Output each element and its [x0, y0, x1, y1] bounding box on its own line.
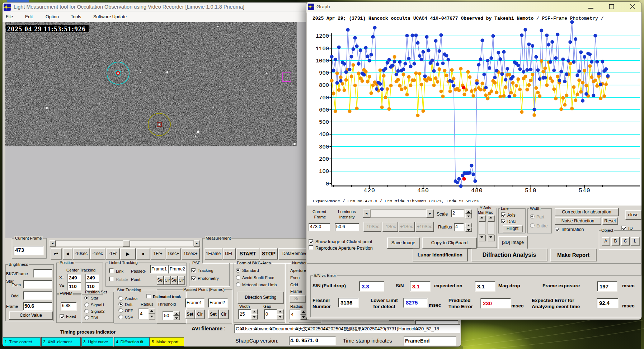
svg-text:600: 600 [319, 107, 329, 113]
svg-text:1000: 1000 [316, 58, 329, 64]
svg-text:480: 480 [471, 187, 483, 194]
svg-text:420: 420 [363, 187, 375, 194]
svg-text:0: 0 [326, 181, 329, 187]
svg-text:510: 510 [525, 187, 537, 194]
svg-text:500: 500 [319, 119, 329, 126]
svg-text:300: 300 [319, 144, 329, 150]
svg-text:900: 900 [319, 70, 329, 76]
svg-text:1200: 1200 [316, 33, 329, 39]
svg-text:540: 540 [579, 187, 591, 194]
svg-text:1100: 1100 [316, 46, 329, 52]
svg-text:400: 400 [319, 131, 329, 138]
svg-text:200: 200 [319, 156, 329, 162]
svg-text:800: 800 [319, 82, 329, 89]
svg-text:2025 Apr 29; (3731) Hancock oc: 2025 Apr 29; (3731) Hancock occults UCAC… [312, 16, 604, 21]
svg-text:700: 700 [319, 95, 329, 101]
svg-text:Exp=197msec / Frm No.473.0 / F: Exp=197msec / Frm No.473.0 / Frm Mid= 11… [313, 199, 479, 203]
svg-text:100: 100 [319, 168, 329, 175]
svg-text:450: 450 [417, 187, 429, 194]
